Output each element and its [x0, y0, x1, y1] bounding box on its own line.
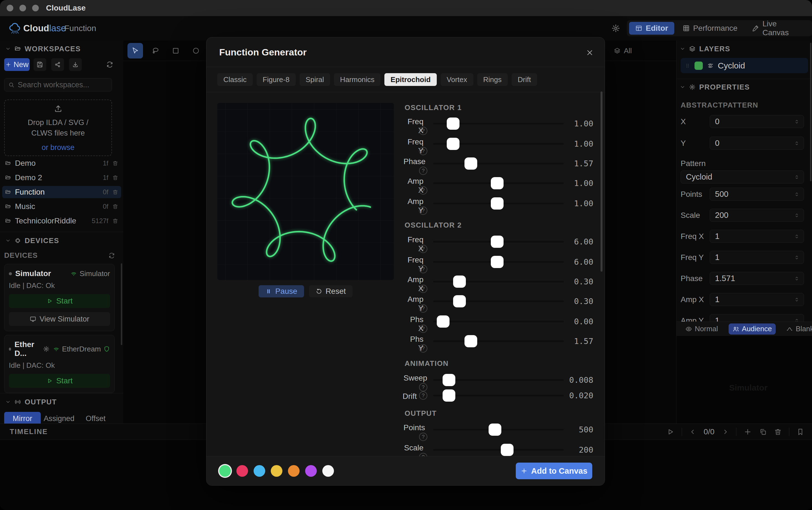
delete-frame-button[interactable]	[774, 428, 782, 436]
search-input[interactable]	[17, 80, 108, 89]
sidebar-scrollbar[interactable]	[121, 263, 122, 345]
slider-handle[interactable]	[491, 235, 503, 248]
stepper-icon[interactable]	[794, 191, 800, 197]
help-icon[interactable]	[419, 167, 427, 175]
freqy-stepper[interactable]: 1	[710, 251, 804, 264]
help-icon[interactable]	[419, 265, 427, 273]
help-icon[interactable]	[419, 433, 427, 441]
browse-link[interactable]: or browse	[41, 143, 75, 152]
layers-section-header[interactable]: LAYERS	[680, 43, 730, 55]
freqx-stepper[interactable]: 1	[710, 230, 804, 243]
output-tab-assigned[interactable]: Assigned	[41, 412, 77, 424]
color-swatch-yellow[interactable]	[271, 465, 282, 477]
lasso-tool[interactable]	[148, 43, 163, 58]
select-tool[interactable]	[127, 43, 143, 58]
slider-handle[interactable]	[453, 276, 466, 288]
color-swatch-red[interactable]	[236, 465, 248, 477]
modal-scrollbar[interactable]	[601, 91, 603, 272]
preview-tab-audience[interactable]: Audience	[729, 323, 776, 335]
help-icon[interactable]	[419, 147, 427, 155]
color-swatch-blue[interactable]	[254, 465, 265, 477]
close-icon[interactable]	[586, 49, 594, 57]
workspace-row[interactable]: Music0f	[2, 200, 121, 213]
tab-figure8[interactable]: Figure-8	[257, 73, 296, 86]
layer-color-swatch[interactable]	[695, 61, 703, 70]
stepper-icon[interactable]	[794, 276, 800, 282]
import-workspace-button[interactable]	[69, 58, 82, 71]
slider-track[interactable]	[433, 143, 564, 145]
color-swatch-green[interactable]	[219, 465, 231, 477]
trash-icon[interactable]	[112, 175, 118, 181]
slider-track[interactable]	[433, 261, 564, 263]
bookmark-button[interactable]	[796, 428, 804, 436]
devices-section-header[interactable]: DEVICES	[5, 234, 59, 247]
trash-icon[interactable]	[112, 218, 118, 224]
help-icon[interactable]	[419, 127, 427, 135]
properties-section-header[interactable]: PROPERTIES	[680, 81, 750, 93]
settings-gear-icon[interactable]	[611, 24, 620, 33]
x-stepper[interactable]: 0	[710, 115, 804, 128]
workspace-row[interactable]: Demo1f	[2, 157, 121, 169]
refresh-devices-icon[interactable]	[108, 252, 115, 259]
window-close-button[interactable]	[7, 5, 13, 11]
preview-tab-blanking[interactable]: Blanking	[782, 323, 812, 335]
stepper-icon[interactable]	[794, 296, 800, 303]
slider-track[interactable]	[433, 182, 564, 184]
window-zoom-button[interactable]	[32, 5, 39, 11]
tab-spiral[interactable]: Spiral	[299, 73, 330, 86]
stepper-icon[interactable]	[794, 233, 800, 239]
help-icon[interactable]	[419, 324, 427, 333]
slider-track[interactable]	[433, 321, 564, 322]
pattern-select[interactable]: Cycloid	[680, 170, 804, 183]
slider-handle[interactable]	[453, 295, 466, 307]
stepper-icon[interactable]	[794, 254, 800, 260]
tab-harmonics[interactable]: Harmonics	[334, 73, 380, 86]
duplicate-frame-button[interactable]	[759, 428, 767, 436]
color-swatch-orange[interactable]	[288, 465, 299, 477]
slider-handle[interactable]	[447, 117, 460, 130]
device-settings-icon[interactable]	[43, 346, 50, 352]
color-swatch-purple[interactable]	[305, 465, 317, 477]
window-minimize-button[interactable]	[20, 5, 26, 11]
help-icon[interactable]	[419, 186, 427, 195]
slider-track[interactable]	[433, 449, 564, 451]
file-dropzone[interactable]: Drop ILDA / SVG / CLWS files here or bro…	[4, 100, 112, 156]
points-stepper[interactable]: 500	[710, 188, 804, 201]
rightbar-scrollbar[interactable]	[810, 43, 811, 181]
stepper-icon[interactable]	[794, 119, 800, 125]
prev-frame-button[interactable]	[689, 428, 696, 435]
view-simulator-button[interactable]: View Simulator	[9, 312, 110, 326]
stepper-icon[interactable]	[794, 140, 800, 146]
slider-track[interactable]	[433, 429, 564, 430]
add-frame-button[interactable]	[744, 428, 752, 436]
slider-track[interactable]	[433, 395, 564, 396]
y-stepper[interactable]: 0	[710, 137, 804, 150]
tab-epitrochoid[interactable]: Epitrochoid	[384, 73, 436, 86]
tab-performance[interactable]: Performance	[676, 22, 744, 35]
share-workspace-button[interactable]	[51, 58, 64, 71]
tab-editor[interactable]: Editor	[629, 22, 674, 35]
output-tab-offset[interactable]: Offset	[77, 412, 114, 424]
help-icon[interactable]	[419, 391, 427, 400]
slider-handle[interactable]	[464, 335, 477, 347]
help-icon[interactable]	[419, 245, 427, 253]
preview-tab-normal[interactable]: Normal	[682, 323, 722, 335]
refresh-workspaces-icon[interactable]	[106, 61, 113, 68]
slider-handle[interactable]	[447, 138, 460, 150]
next-frame-button[interactable]	[722, 428, 729, 435]
workspace-row[interactable]: Function0f	[2, 186, 121, 198]
trash-icon[interactable]	[112, 203, 118, 209]
output-tab-mirror[interactable]: Mirror	[4, 412, 41, 424]
slider-handle[interactable]	[491, 197, 503, 209]
ampx-stepper[interactable]: 1	[710, 293, 804, 306]
help-icon[interactable]	[419, 206, 427, 215]
scale-stepper[interactable]: 200	[710, 209, 804, 222]
slider-handle[interactable]	[437, 315, 450, 328]
tab-rings[interactable]: Rings	[477, 73, 508, 86]
rectangle-tool[interactable]	[168, 43, 183, 58]
save-workspace-button[interactable]	[33, 58, 46, 71]
slider-handle[interactable]	[442, 390, 455, 402]
stepper-icon[interactable]	[794, 212, 800, 219]
slider-track[interactable]	[433, 281, 564, 282]
timeline-play-button[interactable]	[666, 428, 674, 436]
